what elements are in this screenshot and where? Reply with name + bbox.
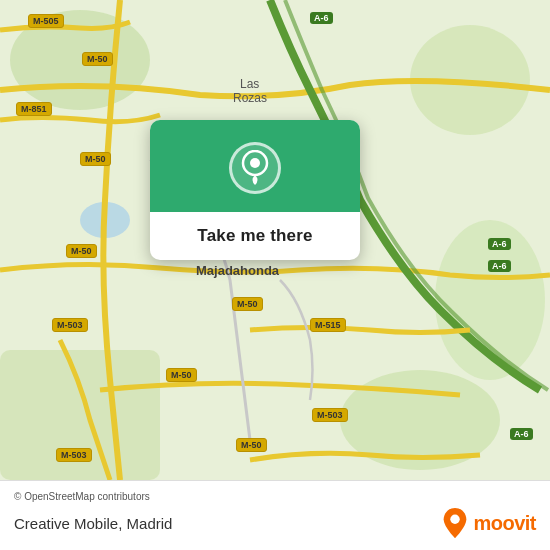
moovit-pin-icon bbox=[441, 506, 469, 540]
popup-button-area[interactable]: Take me there bbox=[150, 212, 360, 260]
moovit-logo: moovit bbox=[441, 506, 536, 540]
road-label-m505: M-505 bbox=[28, 14, 64, 28]
road-label-a6-mid2: A-6 bbox=[488, 260, 511, 272]
svg-point-12 bbox=[451, 515, 460, 524]
road-label-m851: M-851 bbox=[16, 102, 52, 116]
bottom-bar: © OpenStreetMap contributors Creative Mo… bbox=[0, 480, 550, 550]
road-label-m50-low: M-50 bbox=[166, 368, 197, 382]
road-label-m50-left1: M-50 bbox=[80, 152, 111, 166]
road-label-m503-left: M-503 bbox=[52, 318, 88, 332]
road-label-m50-bot: M-50 bbox=[236, 438, 267, 452]
road-label-m503-right: M-503 bbox=[312, 408, 348, 422]
road-label-m50-mid: M-50 bbox=[232, 297, 263, 311]
svg-point-11 bbox=[250, 158, 260, 168]
take-me-there-button[interactable]: Take me there bbox=[197, 226, 312, 246]
road-label-a6-bot: A-6 bbox=[510, 428, 533, 440]
moovit-text: moovit bbox=[473, 512, 536, 535]
location-icon-circle bbox=[229, 142, 281, 194]
road-label-a6-mid1: A-6 bbox=[488, 238, 511, 250]
app-info: Creative Mobile, Madrid moovit bbox=[14, 506, 536, 540]
road-label-m50-left2: M-50 bbox=[66, 244, 97, 258]
location-pin-icon bbox=[240, 150, 270, 186]
location-popup: Take me there bbox=[150, 120, 360, 260]
road-label-m503-bot: M-503 bbox=[56, 448, 92, 462]
road-label-m515: M-515 bbox=[310, 318, 346, 332]
svg-text:Las: Las bbox=[240, 77, 259, 91]
road-label-m50-top: M-50 bbox=[82, 52, 113, 66]
svg-text:Rozas: Rozas bbox=[233, 91, 267, 105]
svg-text:Majadahonda: Majadahonda bbox=[196, 263, 280, 278]
road-label-a6-top: A-6 bbox=[310, 12, 333, 24]
map-view: Las Rozas Majadahonda A-6 A-6 A-6 A-6 M-… bbox=[0, 0, 550, 480]
popup-header bbox=[150, 120, 360, 212]
osm-credit: © OpenStreetMap contributors bbox=[14, 491, 536, 502]
app-name: Creative Mobile, Madrid bbox=[14, 515, 172, 532]
